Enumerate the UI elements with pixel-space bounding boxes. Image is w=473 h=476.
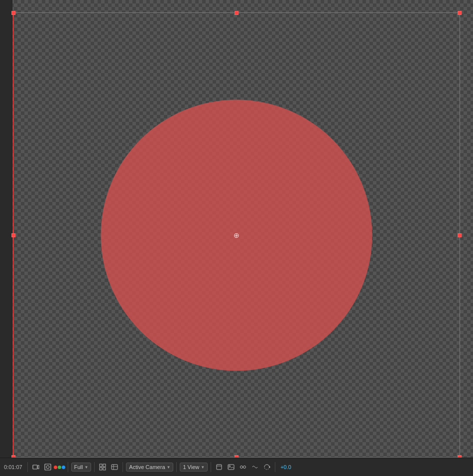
left-ruler [0, 0, 12, 458]
separator-6 [211, 462, 211, 472]
svg-rect-2 [45, 464, 51, 470]
svg-rect-6 [100, 468, 102, 470]
separator-5 [176, 462, 177, 472]
separator-4 [122, 462, 123, 472]
svg-point-15 [240, 466, 243, 469]
separator-7 [275, 462, 275, 472]
offset-value: +0.0 [278, 463, 293, 471]
status-bar: 0:01:07 Full ▼ [0, 458, 473, 476]
svg-rect-11 [217, 465, 222, 470]
view-count-dropdown[interactable]: 1 View ▼ [180, 463, 208, 472]
circle-fill [101, 99, 372, 371]
viewport: ⊕ [0, 0, 473, 458]
handle-top-center[interactable] [235, 11, 238, 15]
hdri-icon[interactable] [110, 462, 119, 472]
render-icon-btn[interactable] [43, 462, 53, 472]
camera-icon-btn[interactable] [31, 462, 41, 472]
camera-dropdown-chevron: ▼ [167, 465, 171, 470]
zoom-dropdown-chevron: ▼ [84, 465, 88, 470]
svg-marker-1 [37, 465, 39, 469]
handle-top-right[interactable] [458, 11, 462, 15]
current-time: 0:01:07 [2, 463, 24, 471]
handle-top-left[interactable] [11, 11, 15, 15]
view-mode-icon[interactable] [98, 462, 108, 472]
svg-point-16 [243, 466, 246, 469]
image-icon[interactable] [226, 462, 236, 472]
camera-view-dropdown[interactable]: Active Camera ▼ [126, 463, 173, 472]
svg-rect-13 [228, 465, 234, 470]
svg-rect-0 [33, 465, 37, 469]
handle-middle-right[interactable] [458, 233, 462, 237]
scene-icon[interactable] [214, 462, 224, 472]
separator-2 [68, 462, 68, 472]
distortion-icon[interactable] [250, 462, 260, 472]
svg-rect-5 [103, 464, 106, 467]
compositor-icon[interactable] [238, 462, 248, 472]
svg-rect-8 [112, 465, 118, 470]
circle-object[interactable]: ⊕ [101, 99, 372, 371]
svg-rect-4 [100, 464, 102, 467]
view-count-chevron: ▼ [201, 465, 205, 470]
sync-icon[interactable] [262, 462, 272, 472]
separator-3 [94, 462, 95, 472]
canvas-boundary: ⊕ [13, 12, 460, 458]
separator-1 [27, 462, 28, 472]
color-mode-icon[interactable] [55, 462, 65, 472]
svg-rect-7 [103, 468, 106, 470]
zoom-dropdown[interactable]: Full ▼ [71, 463, 92, 472]
handle-middle-left[interactable] [11, 233, 15, 237]
svg-point-3 [46, 466, 49, 469]
svg-marker-17 [269, 466, 270, 468]
